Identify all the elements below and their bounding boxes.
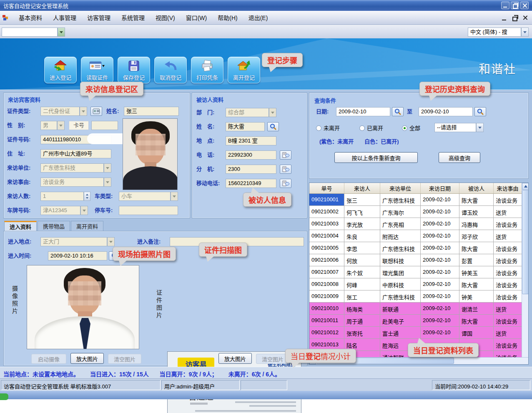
visit-reason-select[interactable]: 洽谈业务: [40, 178, 111, 187]
table-cell[interactable]: 陈大雷: [459, 242, 494, 254]
table-cell[interactable]: 附而达: [380, 230, 421, 242]
table-cell[interactable]: 090210012: [309, 327, 344, 339]
table-row[interactable]: 090210002何飞飞广东海尔2009-02-10谭玉姣送货: [309, 206, 522, 218]
entry-location-select[interactable]: 正大门: [40, 237, 115, 246]
requery-button[interactable]: 按以上条件重新查询: [334, 152, 418, 163]
advanced-query-button[interactable]: 高级查询: [439, 152, 480, 163]
table-cell[interactable]: 洽谈业务: [494, 339, 522, 351]
table-cell[interactable]: 洽谈业务: [494, 254, 522, 266]
table-cell[interactable]: 李光放: [344, 218, 380, 230]
gender-select[interactable]: 男: [40, 121, 65, 130]
menu-window[interactable]: 窗口(W): [181, 11, 213, 25]
table-cell[interactable]: 李思: [344, 242, 380, 254]
table-cell[interactable]: 洽谈业务: [494, 218, 522, 230]
column-header[interactable]: 来访人: [344, 183, 380, 193]
host-location-field[interactable]: B幢 2301 室: [226, 136, 276, 145]
plate-select[interactable]: 津A12345: [40, 206, 88, 215]
chevron-down-icon[interactable]: [107, 237, 115, 246]
table-cell[interactable]: 090210002: [309, 206, 344, 218]
address-field[interactable]: 广州市中山大道89号: [40, 149, 111, 158]
column-header[interactable]: 来访单位: [380, 183, 421, 193]
table-cell[interactable]: 钟美: [459, 290, 494, 303]
table-cell[interactable]: 新联通: [380, 303, 421, 315]
table-cell[interactable]: 2009-02-10: [421, 254, 459, 266]
table-cell[interactable]: 理光集团: [380, 266, 421, 278]
save-register-button[interactable]: 保存登记: [118, 57, 150, 83]
minimize-icon[interactable]: [501, 2, 509, 9]
call-phone-button[interactable]: [280, 150, 291, 160]
date-to-field[interactable]: 2009-02-10: [419, 107, 473, 116]
table-row[interactable]: 090210003李光放广东亮相2009-02-10冯惠梅洽谈业务: [309, 218, 522, 230]
table-cell[interactable]: 090210008: [309, 278, 344, 290]
column-header[interactable]: 被访人: [459, 183, 494, 193]
chevron-down-icon[interactable]: [58, 28, 65, 37]
table-row[interactable]: 090210011周于通赴美电子2009-02-10陈大雷洽谈业务: [309, 315, 522, 327]
table-cell[interactable]: 谭玉姣: [459, 206, 494, 218]
table-cell[interactable]: 广东德生科技: [380, 194, 421, 206]
table-cell[interactable]: 2009-02-10: [421, 242, 459, 254]
mdi-close-icon[interactable]: [522, 15, 529, 21]
host-phone-field[interactable]: 22992300: [226, 150, 276, 160]
menu-hr[interactable]: 人事管理: [48, 11, 82, 25]
zoom-photo-button[interactable]: 放大图片: [70, 353, 104, 364]
vertical-scrollbar[interactable]: [522, 183, 529, 358]
table-cell[interactable]: 钟美玉: [459, 266, 494, 278]
zoom-card-button[interactable]: 放大图片: [218, 353, 252, 364]
date-from-field[interactable]: 2009-02-10: [336, 107, 390, 116]
close-icon[interactable]: [520, 2, 529, 9]
radio-all[interactable]: 全部: [402, 124, 420, 132]
menu-exit[interactable]: 退出(E): [243, 11, 274, 25]
date-from-picker-button[interactable]: [392, 107, 404, 116]
table-cell[interactable]: 090210005: [309, 242, 344, 254]
query-type-select[interactable]: --请选择: [434, 123, 484, 132]
call-ext-button[interactable]: [280, 165, 291, 174]
table-cell[interactable]: 090210004: [309, 230, 344, 242]
table-cell[interactable]: 送货: [494, 303, 522, 315]
table-cell[interactable]: 陈大雷: [459, 194, 494, 206]
table-cell[interactable]: 洽谈业务: [494, 315, 522, 327]
table-row[interactable]: 090210009张工广东德生科技2009-02-10钟美洽谈业务: [309, 290, 522, 303]
table-row[interactable]: 090210006何放联想科技2009-02-10彭置洽谈业务: [309, 254, 522, 266]
table-cell[interactable]: 2009-02-10: [421, 194, 459, 206]
table-row[interactable]: 090210004朱良附而达2009-02-10邓子欣送货: [309, 230, 522, 242]
quick-combo-value[interactable]: [2, 28, 58, 37]
menu-basic-data[interactable]: 基本资料: [13, 11, 48, 25]
table-cell[interactable]: 送货: [494, 206, 522, 218]
language-bar-value[interactable]: 中文 (简体) - 搜: [468, 28, 521, 37]
tab-entry-info[interactable]: 进入资料: [4, 221, 37, 231]
table-cell[interactable]: 陈大雷: [459, 278, 494, 290]
radio-not-left[interactable]: 未离开: [316, 124, 340, 132]
restore-icon[interactable]: [511, 2, 519, 9]
table-cell[interactable]: 张工: [344, 290, 380, 303]
entry-time-field[interactable]: 2009-02-10 10:16: [48, 251, 107, 260]
table-cell[interactable]: 090210007: [309, 266, 344, 278]
vehicle-type-select[interactable]: 小车: [119, 192, 178, 201]
table-cell[interactable]: 邓子欣: [459, 230, 494, 242]
chevron-down-icon[interactable]: [476, 123, 484, 132]
table-cell[interactable]: 冯惠梅: [459, 218, 494, 230]
date-to-picker-button[interactable]: [474, 107, 486, 116]
table-cell[interactable]: 中原科技: [380, 278, 421, 290]
chevron-down-icon[interactable]: [269, 108, 276, 117]
table-cell[interactable]: 谭国: [459, 327, 494, 339]
table-cell[interactable]: 2009-02-10: [421, 206, 459, 218]
table-cell[interactable]: 周于通: [344, 315, 380, 327]
table-row[interactable]: 090210007朱个奴理光集团2009-02-10钟美玉洽谈业务: [309, 266, 522, 278]
column-header[interactable]: 单号: [309, 183, 344, 193]
table-cell[interactable]: 洽谈业务: [494, 266, 522, 278]
host-mobile-field[interactable]: 15602210349: [226, 179, 276, 188]
table-cell[interactable]: 2009-02-10: [421, 290, 459, 303]
quick-combo[interactable]: [2, 28, 65, 37]
table-cell[interactable]: 090210010: [309, 303, 344, 315]
radio-icon[interactable]: [359, 125, 365, 131]
menu-help[interactable]: 帮助(H): [212, 11, 243, 25]
table-cell[interactable]: 2009-02-10: [421, 266, 459, 278]
table-row[interactable]: 090210008何峰中原科技2009-02-10陈大雷洽谈业务: [309, 278, 522, 290]
table-cell[interactable]: 洽谈业务: [494, 194, 522, 206]
column-header[interactable]: 来访日期: [421, 183, 459, 193]
table-cell[interactable]: 赴美电子: [380, 315, 421, 327]
host-name-field[interactable]: 陈大雷: [226, 122, 265, 131]
table-cell[interactable]: 张寄托: [344, 327, 380, 339]
card-no-field[interactable]: [91, 121, 118, 130]
dept-select[interactable]: 综合部: [226, 108, 276, 117]
